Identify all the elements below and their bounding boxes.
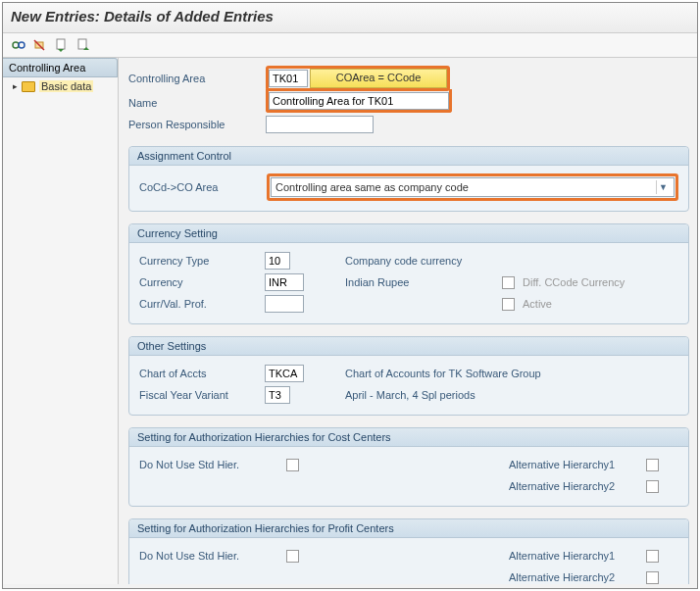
controlling-area-label: Controlling Area — [128, 73, 266, 84]
alt-hierarchy2-label: Alternative Hierarchy2 — [509, 480, 646, 492]
toggle-icon[interactable] — [11, 37, 26, 53]
coarea-equals-ccode-button[interactable]: COArea = CCode — [310, 69, 447, 88]
group-auth-profit-centers: Setting for Authorization Hierarchies fo… — [128, 518, 689, 584]
currency-type-input[interactable] — [265, 252, 290, 270]
no-std-hier-label: Do Not Use Std Hier. — [139, 459, 286, 470]
no-std-hier-checkbox[interactable] — [286, 459, 299, 471]
currency-type-desc: Company code currency — [345, 255, 462, 267]
person-responsible-input[interactable] — [266, 116, 374, 133]
fiscal-year-variant-input[interactable] — [265, 386, 290, 404]
group-title: Setting for Authorization Hierarchies fo… — [129, 428, 688, 447]
chevron-down-icon: ▼ — [656, 180, 670, 194]
alt-hierarchy2-checkbox[interactable] — [646, 571, 659, 584]
tree-item-label: Basic data — [39, 80, 93, 92]
sidebar: Controlling Area ▸ Basic data — [3, 58, 119, 584]
group-title: Setting for Authorization Hierarchies fo… — [129, 519, 688, 538]
currency-desc: Indian Rupee — [345, 276, 409, 288]
highlight-cocd-dropdown: Controlling area same as company code ▼ — [267, 173, 678, 201]
chart-of-accts-desc: Chart of Accounts for TK Software Group — [345, 368, 541, 379]
group-assignment-control: Assignment Control CoCd->CO Area Control… — [128, 146, 689, 212]
main-panel: Controlling Area COArea = CCode Name Per… — [119, 58, 697, 584]
tree-item-basic-data[interactable]: ▸ Basic data — [3, 77, 118, 95]
dropdown-value: Controlling area same as company code — [275, 181, 469, 193]
previous-entry-icon[interactable] — [54, 37, 70, 53]
highlight-name — [266, 89, 452, 113]
sidebar-header: Controlling Area — [3, 58, 118, 77]
delete-icon[interactable] — [32, 37, 48, 53]
alt-hierarchy1-checkbox[interactable] — [646, 459, 659, 471]
cocd-coarea-dropdown[interactable]: Controlling area same as company code ▼ — [271, 177, 675, 197]
controlling-area-input[interactable] — [269, 70, 308, 87]
svg-point-1 — [19, 42, 25, 48]
group-currency-setting: Currency Setting Currency Type Company c… — [128, 223, 689, 324]
group-other-settings: Other Settings Chart of Accts Chart of A… — [128, 336, 689, 416]
cocd-coarea-label: CoCd->CO Area — [139, 181, 257, 193]
svg-rect-4 — [57, 39, 65, 49]
next-entry-icon[interactable] — [75, 37, 91, 53]
highlight-controlling-area: COArea = CCode — [266, 66, 450, 91]
alt-hierarchy2-checkbox[interactable] — [646, 480, 659, 493]
toolbar — [3, 33, 697, 58]
currency-input[interactable] — [265, 273, 304, 291]
active-checkbox — [502, 298, 515, 311]
alt-hierarchy1-label: Alternative Hierarchy1 — [509, 459, 646, 470]
group-title: Currency Setting — [129, 224, 688, 243]
window: New Entries: Details of Added Entries Co… — [2, 2, 698, 589]
page-title: New Entries: Details of Added Entries — [3, 3, 697, 33]
name-input[interactable] — [269, 92, 449, 110]
group-title: Other Settings — [129, 337, 688, 356]
name-label: Name — [128, 97, 266, 109]
person-responsible-label: Person Responsible — [128, 119, 266, 130]
svg-rect-5 — [78, 39, 86, 49]
curr-val-prof-input[interactable] — [265, 295, 304, 313]
svg-point-0 — [13, 42, 19, 48]
diff-ccode-currency-checkbox — [502, 276, 515, 289]
tree-toggle-icon[interactable]: ▸ — [13, 81, 18, 91]
alt-hierarchy1-label: Alternative Hierarchy1 — [509, 550, 646, 562]
alt-hierarchy1-checkbox[interactable] — [646, 550, 659, 563]
fiscal-year-variant-label: Fiscal Year Variant — [139, 389, 257, 401]
curr-val-prof-label: Curr/Val. Prof. — [139, 298, 257, 310]
group-title: Assignment Control — [129, 147, 688, 166]
no-std-hier-label: Do Not Use Std Hier. — [139, 550, 286, 562]
folder-icon — [22, 81, 35, 92]
currency-label: Currency — [139, 276, 257, 288]
chart-of-accts-label: Chart of Accts — [139, 368, 257, 379]
fiscal-year-variant-desc: April - March, 4 Spl periods — [345, 389, 475, 401]
active-label: Active — [523, 298, 552, 310]
diff-ccode-currency-label: Diff. CCode Currency — [523, 276, 625, 288]
chart-of-accts-input[interactable] — [265, 365, 304, 382]
currency-type-label: Currency Type — [139, 255, 257, 267]
group-auth-cost-centers: Setting for Authorization Hierarchies fo… — [128, 427, 689, 507]
alt-hierarchy2-label: Alternative Hierarchy2 — [509, 571, 646, 583]
no-std-hier-checkbox[interactable] — [286, 550, 299, 563]
